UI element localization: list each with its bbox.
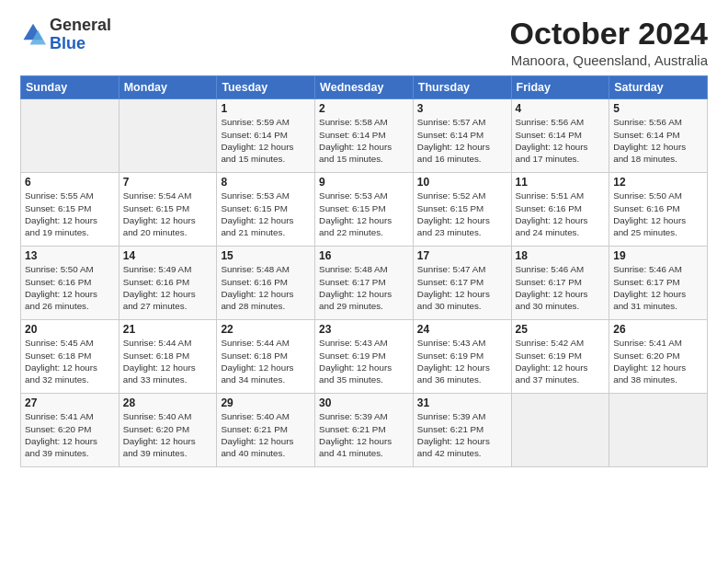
title-block: October 2024 Manoora, Queensland, Austra… [510,17,708,68]
day-cell [21,99,119,173]
day-cell: 11Sunrise: 5:51 AM Sunset: 6:16 PM Dayli… [511,173,609,247]
logo-general: General [50,16,111,34]
week-row-1: 1Sunrise: 5:59 AM Sunset: 6:14 PM Daylig… [21,99,708,173]
day-number: 18 [516,249,606,262]
day-cell: 1Sunrise: 5:59 AM Sunset: 6:14 PM Daylig… [217,99,315,173]
day-cell: 16Sunrise: 5:48 AM Sunset: 6:17 PM Dayli… [315,247,414,320]
day-info: Sunrise: 5:59 AM Sunset: 6:14 PM Dayligh… [221,116,311,165]
day-info: Sunrise: 5:43 AM Sunset: 6:19 PM Dayligh… [417,337,507,385]
col-monday: Monday [119,76,217,99]
day-cell: 10Sunrise: 5:52 AM Sunset: 6:15 PM Dayli… [413,173,511,247]
day-info: Sunrise: 5:48 AM Sunset: 6:16 PM Dayligh… [221,263,311,312]
day-number: 29 [221,396,311,409]
day-cell: 22Sunrise: 5:44 AM Sunset: 6:18 PM Dayli… [217,320,315,394]
day-cell: 18Sunrise: 5:46 AM Sunset: 6:17 PM Dayli… [511,247,609,320]
week-row-5: 27Sunrise: 5:41 AM Sunset: 6:20 PM Dayli… [21,394,708,467]
day-info: Sunrise: 5:41 AM Sunset: 6:20 PM Dayligh… [25,410,115,459]
day-number: 19 [613,249,703,262]
day-cell: 28Sunrise: 5:40 AM Sunset: 6:20 PM Dayli… [119,394,217,467]
day-number: 13 [25,249,115,262]
day-info: Sunrise: 5:54 AM Sunset: 6:15 PM Dayligh… [123,190,213,238]
col-wednesday: Wednesday [315,76,414,99]
day-info: Sunrise: 5:43 AM Sunset: 6:19 PM Dayligh… [319,337,409,385]
month-title: October 2024 [510,17,708,51]
col-sunday: Sunday [21,76,119,99]
day-number: 17 [417,249,507,262]
day-cell: 30Sunrise: 5:39 AM Sunset: 6:21 PM Dayli… [315,394,414,467]
day-info: Sunrise: 5:39 AM Sunset: 6:21 PM Dayligh… [417,410,507,459]
day-cell [119,99,217,173]
week-row-2: 6Sunrise: 5:55 AM Sunset: 6:15 PM Daylig… [21,173,708,247]
day-cell: 31Sunrise: 5:39 AM Sunset: 6:21 PM Dayli… [413,394,511,467]
day-number: 7 [123,176,213,189]
day-info: Sunrise: 5:40 AM Sunset: 6:20 PM Dayligh… [123,410,213,459]
day-number: 25 [516,323,606,336]
col-saturday: Saturday [609,76,708,99]
weekday-row: Sunday Monday Tuesday Wednesday Thursday… [21,76,708,99]
day-cell: 5Sunrise: 5:56 AM Sunset: 6:14 PM Daylig… [609,99,708,173]
page: General Blue October 2024 Manoora, Queen… [0,0,728,563]
day-number: 23 [319,323,409,336]
day-info: Sunrise: 5:51 AM Sunset: 6:16 PM Dayligh… [516,190,606,238]
day-info: Sunrise: 5:53 AM Sunset: 6:15 PM Dayligh… [221,190,311,238]
calendar-body: 1Sunrise: 5:59 AM Sunset: 6:14 PM Daylig… [21,99,708,467]
day-cell: 8Sunrise: 5:53 AM Sunset: 6:15 PM Daylig… [217,173,315,247]
col-thursday: Thursday [413,76,511,99]
day-number: 4 [516,102,606,115]
week-row-4: 20Sunrise: 5:45 AM Sunset: 6:18 PM Dayli… [21,320,708,394]
logo-text: General Blue [50,17,111,53]
day-cell: 19Sunrise: 5:46 AM Sunset: 6:17 PM Dayli… [609,247,708,320]
day-cell: 7Sunrise: 5:54 AM Sunset: 6:15 PM Daylig… [119,173,217,247]
day-info: Sunrise: 5:58 AM Sunset: 6:14 PM Dayligh… [319,116,409,165]
day-number: 24 [417,323,507,336]
day-info: Sunrise: 5:44 AM Sunset: 6:18 PM Dayligh… [123,337,213,385]
day-cell: 20Sunrise: 5:45 AM Sunset: 6:18 PM Dayli… [21,320,119,394]
day-number: 11 [516,176,606,189]
day-cell [511,394,609,467]
day-info: Sunrise: 5:57 AM Sunset: 6:14 PM Dayligh… [417,116,507,165]
day-info: Sunrise: 5:40 AM Sunset: 6:21 PM Dayligh… [221,410,311,459]
day-info: Sunrise: 5:50 AM Sunset: 6:16 PM Dayligh… [613,190,703,238]
day-info: Sunrise: 5:39 AM Sunset: 6:21 PM Dayligh… [319,410,409,459]
day-info: Sunrise: 5:53 AM Sunset: 6:15 PM Dayligh… [319,190,409,238]
day-number: 3 [417,102,507,115]
col-friday: Friday [511,76,609,99]
day-number: 10 [417,176,507,189]
day-cell: 14Sunrise: 5:49 AM Sunset: 6:16 PM Dayli… [119,247,217,320]
day-number: 20 [25,323,115,336]
col-tuesday: Tuesday [217,76,315,99]
day-info: Sunrise: 5:45 AM Sunset: 6:18 PM Dayligh… [25,337,115,385]
day-cell: 12Sunrise: 5:50 AM Sunset: 6:16 PM Dayli… [609,173,708,247]
day-number: 15 [221,249,311,262]
day-cell: 6Sunrise: 5:55 AM Sunset: 6:15 PM Daylig… [21,173,119,247]
day-info: Sunrise: 5:56 AM Sunset: 6:14 PM Dayligh… [613,116,703,165]
week-row-3: 13Sunrise: 5:50 AM Sunset: 6:16 PM Dayli… [21,247,708,320]
day-info: Sunrise: 5:56 AM Sunset: 6:14 PM Dayligh… [516,116,606,165]
day-cell: 17Sunrise: 5:47 AM Sunset: 6:17 PM Dayli… [413,247,511,320]
day-cell: 21Sunrise: 5:44 AM Sunset: 6:18 PM Dayli… [119,320,217,394]
day-info: Sunrise: 5:46 AM Sunset: 6:17 PM Dayligh… [613,263,703,312]
calendar-header: Sunday Monday Tuesday Wednesday Thursday… [21,76,708,99]
day-info: Sunrise: 5:50 AM Sunset: 6:16 PM Dayligh… [25,263,115,312]
day-number: 2 [319,102,409,115]
day-number: 21 [123,323,213,336]
day-info: Sunrise: 5:44 AM Sunset: 6:18 PM Dayligh… [221,337,311,385]
day-info: Sunrise: 5:49 AM Sunset: 6:16 PM Dayligh… [123,263,213,312]
day-number: 6 [25,176,115,189]
day-number: 14 [123,249,213,262]
day-number: 31 [417,396,507,409]
day-cell: 9Sunrise: 5:53 AM Sunset: 6:15 PM Daylig… [315,173,414,247]
day-number: 12 [613,176,703,189]
day-cell: 27Sunrise: 5:41 AM Sunset: 6:20 PM Dayli… [21,394,119,467]
day-cell: 26Sunrise: 5:41 AM Sunset: 6:20 PM Dayli… [609,320,708,394]
day-cell: 25Sunrise: 5:42 AM Sunset: 6:19 PM Dayli… [511,320,609,394]
logo-blue: Blue [50,34,85,52]
day-cell: 13Sunrise: 5:50 AM Sunset: 6:16 PM Dayli… [21,247,119,320]
day-number: 28 [123,396,213,409]
day-number: 30 [319,396,409,409]
day-info: Sunrise: 5:52 AM Sunset: 6:15 PM Dayligh… [417,190,507,238]
day-cell: 15Sunrise: 5:48 AM Sunset: 6:16 PM Dayli… [217,247,315,320]
day-info: Sunrise: 5:55 AM Sunset: 6:15 PM Dayligh… [25,190,115,238]
calendar-table: Sunday Monday Tuesday Wednesday Thursday… [20,75,708,467]
day-cell: 4Sunrise: 5:56 AM Sunset: 6:14 PM Daylig… [511,99,609,173]
